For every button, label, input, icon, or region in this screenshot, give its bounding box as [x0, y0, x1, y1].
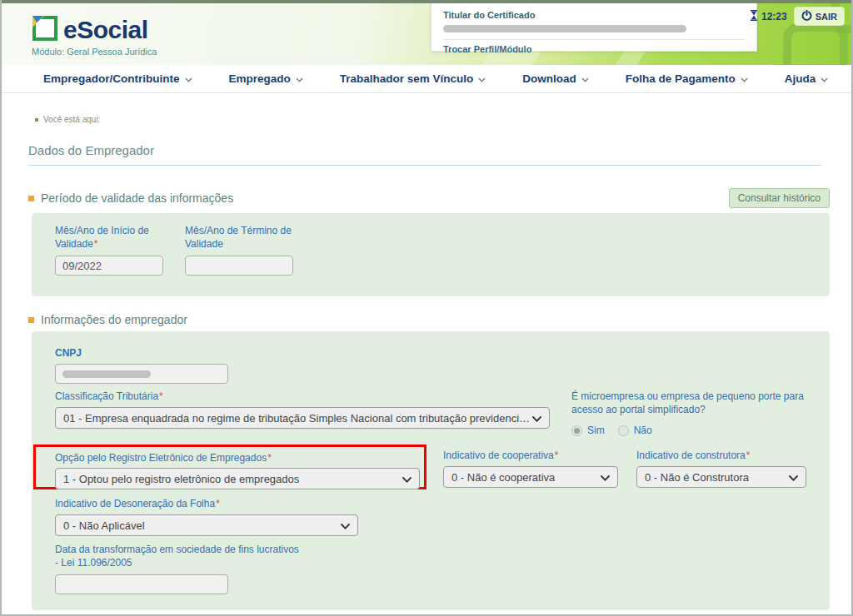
validity-end-input[interactable] — [185, 256, 293, 276]
section-bullet — [28, 317, 34, 323]
employer-section-title: Informações do empregador — [28, 313, 187, 326]
nav-label: Trabalhador sem Vínculo — [340, 72, 474, 85]
payroll-exemption-select[interactable]: 0 - Não Aplicável — [55, 514, 358, 536]
section-bullet — [28, 196, 34, 201]
esocial-logo-icon — [32, 15, 58, 45]
select-value: 1 - Optou pelo registro eletrônico de em… — [63, 473, 299, 485]
micro-company-radio-group: Sim Não — [571, 425, 821, 436]
construction-select[interactable]: 0 - Não é Construtora — [636, 466, 806, 488]
required-marker: * — [555, 450, 559, 461]
validity-start-input[interactable] — [55, 256, 163, 276]
required-marker: * — [159, 390, 163, 402]
select-value: 01 - Empresa enquadrada no regime de tri… — [63, 412, 532, 425]
page-title: Dados do Empregador — [28, 143, 821, 157]
validity-section-header: Período de validade das informações Cons… — [28, 188, 830, 208]
cnpj-field: CNPJ — [55, 346, 230, 384]
micro-company-question: É microempresa ou empresa de pequeno por… — [571, 390, 818, 416]
payroll-exemption-field: Indicativo de Desoneração da Folha* 0 - … — [55, 497, 360, 536]
radio-selected-icon — [571, 425, 582, 436]
radio-nao[interactable]: Não — [618, 425, 652, 436]
session-timer: 12:23 — [750, 10, 787, 23]
nav-item-trabalhador-sem-vinculo[interactable]: Trabalhador sem Vínculo — [340, 72, 486, 85]
nav-item-download[interactable]: Download — [522, 72, 589, 85]
esocial-page: eSocial Módulo: Geral Pessoa Jurídica Ti… — [0, 0, 853, 616]
employer-section-header: Informações do empregador — [28, 313, 830, 326]
hourglass-icon — [750, 10, 758, 23]
cooperative-select[interactable]: 0 - Não é cooperativa — [443, 466, 618, 488]
required-marker: * — [267, 452, 272, 464]
chevron-down-icon — [821, 72, 828, 85]
select-value: 0 - Não é cooperativa — [451, 471, 555, 484]
header: eSocial Módulo: Geral Pessoa Jurídica Ti… — [2, 3, 851, 65]
nav-label: Empregado — [229, 72, 291, 85]
validity-section-title: Período de validade das informações — [28, 191, 233, 205]
select-value: 0 - Não é Construtora — [645, 471, 749, 484]
micro-company-field: É microempresa ou empresa de pequeno por… — [571, 390, 821, 436]
required-marker: * — [746, 450, 751, 461]
select-value: 0 - Não Aplicável — [63, 519, 145, 532]
chevron-down-icon — [581, 72, 589, 85]
breadcrumb: Você está aqui: — [35, 115, 100, 124]
cnpj-label: CNPJ — [55, 346, 230, 360]
tax-classification-select[interactable]: 01 - Empresa enquadrada no regime de tri… — [55, 407, 550, 429]
nav-item-empregador-contribuinte[interactable]: Empregador/Contribuinte — [43, 72, 192, 85]
logout-button[interactable]: SAIR — [794, 7, 845, 26]
chevron-down-icon — [185, 72, 192, 85]
divider — [443, 39, 745, 40]
nav-label: Folha de Pagamento — [626, 72, 736, 85]
page-title-wrap: Dados do Empregador — [28, 143, 821, 166]
radio-sim[interactable]: Sim — [571, 425, 605, 436]
electronic-registry-highlight-box: Opção pelo Registro Eletrônico de Empreg… — [33, 445, 426, 489]
validity-start-field: Mês/Ano de Início de Validade* — [55, 224, 168, 276]
tax-classification-field: Classificação Tributária* 01 - Empresa e… — [55, 390, 551, 429]
chevron-down-icon — [532, 412, 541, 425]
chevron-down-icon — [601, 471, 610, 484]
chevron-down-icon — [741, 72, 748, 85]
power-icon — [801, 10, 812, 22]
change-profile-link[interactable]: Trocar Perfil/Módulo — [443, 44, 531, 54]
certificate-panel: Titular do Certificado Trocar Perfil/Mód… — [431, 3, 757, 52]
nav-item-ajuda[interactable]: Ajuda — [785, 72, 829, 85]
breadcrumb-label: Você está aqui: — [43, 115, 100, 124]
radio-unselected-icon — [618, 425, 629, 436]
radio-nao-label: Não — [634, 425, 652, 436]
electronic-registry-field: Opção pelo Registro Eletrônico de Empreg… — [55, 451, 423, 489]
radio-sim-label: Sim — [587, 425, 605, 436]
chevron-down-icon — [296, 72, 303, 85]
certificate-holder-redacted — [443, 25, 686, 32]
required-marker: * — [216, 498, 220, 509]
chevron-down-icon — [402, 473, 412, 485]
required-marker: * — [94, 238, 98, 250]
payroll-exemption-label: Indicativo de Desoneração da Folha* — [55, 497, 360, 510]
nav-label: Download — [522, 72, 576, 85]
validity-end-field: Mês/Ano de Término de Validade — [185, 224, 298, 276]
logo-block: eSocial Módulo: Geral Pessoa Jurídica — [32, 15, 157, 57]
chevron-down-icon — [789, 471, 798, 484]
section-title-text: Período de validade das informações — [41, 191, 233, 205]
transformation-date-label: Data da transformação em sociedade de fi… — [55, 543, 305, 569]
consult-history-button[interactable]: Consultar histórico — [729, 188, 830, 208]
cooperative-field: Indicativo de cooperativa* 0 - Não é coo… — [443, 449, 620, 488]
electronic-registry-select[interactable]: 1 - Optou pelo registro eletrônico de em… — [55, 468, 420, 489]
main-nav: Empregador/Contribuinte Empregado Trabal… — [2, 65, 851, 93]
cnpj-input[interactable] — [55, 364, 228, 384]
nav-label: Ajuda — [785, 72, 816, 85]
electronic-registry-label: Opção pelo Registro Eletrônico de Empreg… — [55, 451, 423, 464]
validity-start-label: Mês/Ano de Início de Validade* — [55, 224, 168, 251]
validity-panel: Mês/Ano de Início de Validade* Mês/Ano d… — [32, 213, 830, 296]
construction-field: Indicativo de construtora* 0 - Não é Con… — [636, 449, 808, 488]
nav-label: Empregador/Contribuinte — [43, 72, 180, 85]
session-time-value: 12:23 — [761, 11, 787, 22]
nav-item-folha-de-pagamento[interactable]: Folha de Pagamento — [626, 72, 748, 85]
chevron-down-icon — [478, 72, 486, 85]
nav-item-empregado[interactable]: Empregado — [229, 72, 303, 85]
cnpj-redacted-value — [62, 370, 151, 378]
chevron-down-icon — [341, 519, 350, 532]
cooperative-label: Indicativo de cooperativa* — [443, 449, 620, 462]
transformation-date-input[interactable] — [55, 574, 228, 594]
tax-classification-label: Classificação Tributária* — [55, 390, 551, 403]
employer-panel: CNPJ Classificação Tributária* 01 - Empr… — [32, 331, 830, 610]
module-label: Módulo: Geral Pessoa Jurídica — [32, 47, 157, 57]
validity-end-label: Mês/Ano de Término de Validade — [185, 224, 298, 251]
transformation-date-field: Data da transformação em sociedade de fi… — [55, 543, 313, 594]
